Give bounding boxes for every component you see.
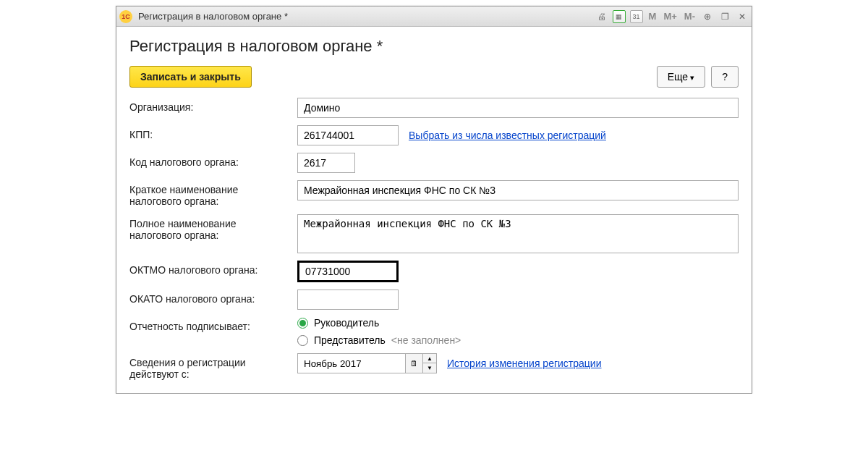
signer-leader-label: Руководитель [314,317,379,329]
organization-input[interactable] [297,98,739,118]
memory-mplus-button[interactable]: M+ [662,10,678,23]
maximize-icon[interactable]: ❐ [718,10,731,23]
effective-date-picker: 🗓 ▲ ▼ [297,353,437,373]
more-button[interactable]: Еще [657,66,706,88]
window: 1С Регистрация в налоговом органе * 🖨 ▦ … [116,6,752,394]
effective-date-input[interactable] [297,353,406,373]
window-title: Регистрация в налоговом органе * [138,11,595,22]
okato-input[interactable] [297,290,399,310]
date-step-up[interactable]: ▲ [423,354,436,363]
calculator-icon[interactable]: ▦ [613,10,626,23]
titlebar-actions: 🖨 ▦ 31 M M+ M- ⊕ ❐ ✕ [595,10,749,23]
short-name-input[interactable] [297,180,739,200]
effective-label: Сведения о регистрации действуют с: [129,353,289,380]
calendar-open-icon[interactable]: 🗓 [406,353,423,373]
print-icon[interactable]: 🖨 [595,10,608,23]
memory-m-button[interactable]: M [647,10,658,23]
save-and-close-button[interactable]: Записать и закрыть [129,66,252,88]
full-name-textarea[interactable]: Межрайонная инспекция ФНС по СК №3 [297,214,739,253]
full-name-label: Полное наименование налогового органа: [129,214,289,241]
tax-code-input[interactable] [297,153,355,173]
signer-rep-row[interactable]: Представитель <не заполнен> [297,334,461,346]
kpp-input[interactable] [297,125,399,145]
memory-mminus-button[interactable]: M- [683,10,697,23]
page-title: Регистрация в налоговом органе * [129,37,739,56]
signer-leader-radio[interactable] [297,318,308,329]
app-icon: 1С [119,10,132,23]
titlebar: 1С Регистрация в налоговом органе * 🖨 ▦ … [116,7,752,27]
organization-label: Организация: [129,98,289,113]
date-step-down[interactable]: ▼ [423,363,436,373]
close-icon[interactable]: ✕ [736,10,749,23]
signer-rep-hint: <не заполнен> [391,334,461,346]
toolbar: Записать и закрыть Еще ? [129,66,739,88]
signer-label: Отчетность подписывает: [129,317,289,332]
signer-leader-row[interactable]: Руководитель [297,317,461,329]
oktmo-input[interactable] [297,261,399,282]
help-button[interactable]: ? [711,66,739,88]
form: Организация: КПП: Выбрать из числа извес… [129,98,739,380]
calendar-icon[interactable]: 31 [630,10,643,23]
signer-rep-label: Представитель [314,334,386,346]
short-name-label: Краткое наименование налогового органа: [129,180,289,207]
registration-history-link[interactable]: История изменения регистрации [447,358,602,369]
zoom-icon[interactable]: ⊕ [701,10,714,23]
kpp-label: КПП: [129,125,289,140]
content: Регистрация в налоговом органе * Записат… [116,27,752,393]
okato-label: ОКАТО налогового органа: [129,290,289,305]
oktmo-label: ОКТМО налогового органа: [129,261,289,276]
signer-rep-radio[interactable] [297,335,308,346]
tax-code-label: Код налогового органа: [129,153,289,168]
kpp-select-link[interactable]: Выбрать из числа известных регистраций [409,130,606,141]
date-stepper: ▲ ▼ [423,353,437,373]
